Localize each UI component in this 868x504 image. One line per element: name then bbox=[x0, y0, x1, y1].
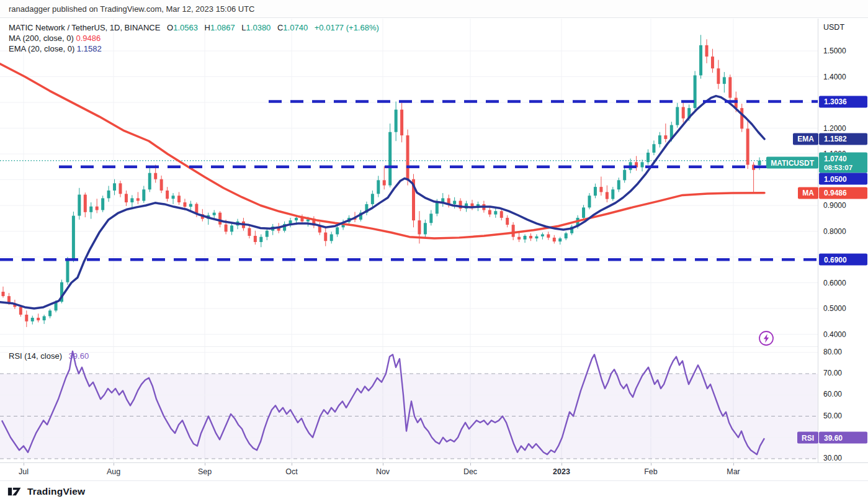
candle-body bbox=[658, 135, 661, 144]
candle-body bbox=[617, 180, 620, 189]
candle-body bbox=[43, 316, 46, 320]
candle-body bbox=[266, 231, 269, 237]
ema-value: 1.1582 bbox=[77, 44, 102, 53]
rsi-tick-label: 60.00 bbox=[823, 390, 842, 398]
rsi-pane[interactable] bbox=[0, 346, 818, 463]
candle-body bbox=[647, 153, 650, 162]
candle-body bbox=[512, 225, 515, 237]
axis-badge-1.3036: 1.3036 bbox=[819, 96, 867, 107]
ema-legend-row: EMA (20, close, 0) 1.1582 bbox=[9, 43, 379, 54]
candle-body bbox=[728, 77, 732, 97]
candle-body bbox=[524, 236, 527, 240]
candle-body bbox=[517, 237, 521, 240]
candle-body bbox=[717, 68, 720, 84]
ma200-line bbox=[0, 64, 764, 238]
candle-body bbox=[37, 318, 40, 320]
price-tick-label: 0.9000 bbox=[823, 201, 846, 210]
candle-body bbox=[588, 196, 591, 207]
candle-body bbox=[25, 315, 28, 322]
axis-badge-1.0500: 1.0500 bbox=[819, 173, 867, 185]
candle-body bbox=[406, 135, 409, 179]
axis-badge-0.6900: 0.6900 bbox=[819, 254, 867, 266]
ma-label[interactable]: MA (200, close, 0) bbox=[9, 34, 74, 43]
candle-body bbox=[371, 194, 374, 204]
candle-body bbox=[606, 192, 609, 199]
candle-body bbox=[177, 196, 181, 202]
candle-body bbox=[553, 238, 556, 241]
tradingview-logo-icon[interactable] bbox=[7, 486, 23, 497]
price-axis[interactable]: USDT 1.50001.40001.20001.10000.90000.800… bbox=[818, 19, 868, 481]
candle-body bbox=[230, 225, 233, 232]
time-axis-tick bbox=[651, 463, 651, 466]
ema-label[interactable]: EMA (20, close, 0) bbox=[9, 44, 74, 53]
time-label-nov: Nov bbox=[376, 467, 390, 476]
axis-badge-rsi: 39.60 bbox=[819, 432, 867, 444]
candle-body bbox=[429, 214, 432, 223]
footer: TradingView bbox=[7, 486, 85, 497]
candle-body bbox=[148, 173, 151, 190]
candle-body bbox=[383, 180, 386, 185]
candle-body bbox=[72, 216, 75, 260]
time-axis-tick bbox=[470, 463, 471, 466]
candle-body bbox=[213, 213, 216, 215]
candle-body bbox=[48, 310, 51, 316]
candle-body bbox=[130, 198, 133, 202]
candle-body bbox=[582, 207, 585, 218]
candle-body bbox=[699, 45, 702, 76]
price-pane[interactable] bbox=[0, 19, 818, 346]
time-label-2023: 2023 bbox=[553, 467, 570, 476]
flash-ideas-button[interactable] bbox=[758, 330, 775, 347]
price-tick-label: 1.2000 bbox=[823, 124, 846, 133]
rsi-tick-label: 50.00 bbox=[823, 412, 842, 420]
candle-body bbox=[664, 135, 667, 139]
time-label-sep: Sep bbox=[198, 467, 212, 476]
time-axis[interactable]: JulAugSepOctNovDec2023FebMar bbox=[0, 462, 868, 481]
time-axis-tick bbox=[733, 463, 734, 466]
rsi-label[interactable]: RSI (14, close) bbox=[9, 351, 62, 361]
tradingview-brand-text[interactable]: TradingView bbox=[27, 486, 85, 497]
rsi-tick-label: 30.00 bbox=[823, 454, 842, 462]
candle-body bbox=[101, 198, 104, 210]
candle-body bbox=[172, 196, 175, 199]
candle-body bbox=[154, 173, 157, 179]
time-axis-tick bbox=[292, 463, 292, 466]
candle-body bbox=[565, 233, 568, 238]
axis-currency-label: USDT bbox=[823, 23, 844, 32]
candle-body bbox=[623, 170, 626, 181]
axis-badge-ema: 1.1582 bbox=[819, 133, 867, 145]
candle-body bbox=[541, 234, 544, 236]
publish-info-text: ranadagger published on TradingView.com,… bbox=[9, 4, 255, 14]
candle-body bbox=[107, 191, 110, 198]
candle-body bbox=[506, 218, 509, 225]
time-axis-tick bbox=[383, 463, 383, 466]
price-tick-label: 0.8000 bbox=[823, 227, 846, 236]
rsi-value: 39.60 bbox=[69, 351, 89, 361]
axis-badge-tag-rsi: RSI bbox=[797, 432, 818, 444]
high-value: 1.0867 bbox=[210, 23, 235, 32]
candle-body bbox=[113, 183, 116, 191]
publish-info-bar: ranadagger published on TradingView.com,… bbox=[0, 0, 868, 18]
price-tick-label: 0.6000 bbox=[823, 279, 846, 287]
candle-body bbox=[535, 236, 538, 238]
candle-body bbox=[136, 198, 140, 200]
tradingview-published-chart: ranadagger published on TradingView.com,… bbox=[0, 0, 868, 504]
time-label-oct: Oct bbox=[285, 467, 297, 476]
candle-body bbox=[599, 187, 602, 192]
price-tick-label: 1.4000 bbox=[823, 73, 846, 81]
axis-badge-tag-ema: EMA bbox=[793, 133, 818, 145]
candle-body bbox=[676, 107, 679, 125]
candle-body bbox=[400, 110, 403, 136]
low-label: L bbox=[241, 23, 246, 32]
candle-body bbox=[436, 202, 439, 214]
candle-body bbox=[78, 195, 81, 216]
time-axis-tick bbox=[24, 463, 24, 466]
candle-body bbox=[89, 207, 92, 212]
candle-body bbox=[66, 260, 69, 282]
candle-body bbox=[19, 307, 22, 315]
time-label-dec: Dec bbox=[463, 467, 477, 476]
candle-body bbox=[225, 225, 228, 232]
countdown-timer: 08:53:07 bbox=[824, 163, 867, 171]
symbol-title[interactable]: MATIC Network / TetherUS, 1D, BINANCE bbox=[9, 23, 160, 32]
candle-body bbox=[488, 210, 491, 214]
candle-body bbox=[160, 179, 163, 191]
